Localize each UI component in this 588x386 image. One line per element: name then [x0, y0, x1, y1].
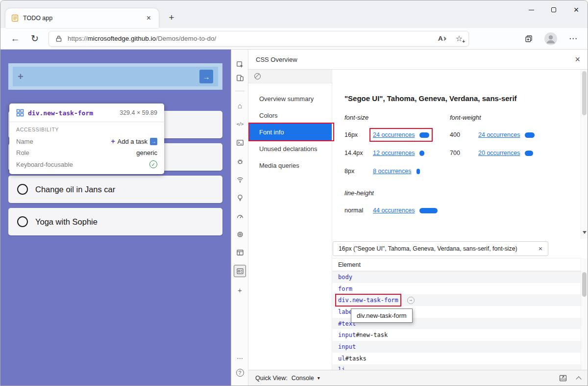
sidebar-item-unused-declarations[interactable]: Unused declarations: [248, 140, 332, 157]
scroll-down-icon[interactable]: [583, 231, 587, 236]
scrollbar-thumb[interactable]: [582, 272, 587, 297]
tab-title: TODO app: [23, 15, 145, 22]
star-icon: ☆: [456, 34, 463, 43]
submit-task-button[interactable]: →: [199, 70, 213, 83]
toolbar-right: ⋯: [525, 32, 578, 45]
inspected-selector: div.new-task-form: [28, 109, 93, 117]
font-info-pane: "Segoe UI", Tahoma, Geneva, Verdana, san…: [332, 70, 588, 239]
occurrences-link[interactable]: 44 occurrences: [373, 207, 415, 214]
plus-icon: +: [462, 39, 465, 44]
window-controls: ×: [520, 0, 588, 19]
console-tool[interactable]: [231, 136, 248, 149]
chip-close-icon[interactable]: ×: [539, 245, 542, 252]
tab-close-icon[interactable]: ×: [145, 13, 153, 23]
application-tool[interactable]: [231, 246, 248, 259]
occurrences-link[interactable]: 24 occurrences: [373, 131, 415, 138]
inspect-tool[interactable]: [231, 58, 248, 71]
filter-chip[interactable]: 16px ("Segoe UI", Tahoma, Geneva, Verdan…: [333, 241, 548, 256]
occurrences-link[interactable]: 12 occurrences: [373, 150, 415, 156]
add-task-plus-icon: +: [18, 71, 24, 82]
annotation-box: div.new-task-form: [338, 297, 398, 304]
browser-menu-button[interactable]: ⋯: [569, 33, 578, 44]
focusable-label: Keyboard-focusable: [16, 161, 73, 168]
dock-quick-view-button[interactable]: [559, 375, 567, 382]
table-row[interactable]: ul#tasks: [332, 353, 588, 364]
scrollbar[interactable]: [581, 70, 588, 239]
table-row[interactable]: body: [332, 271, 588, 283]
table-row[interactable]: form: [332, 283, 588, 295]
css-overview-tool[interactable]: [234, 265, 246, 277]
issues-tool[interactable]: [231, 191, 248, 204]
quick-view-bar: Quick View: Console ▾: [248, 370, 588, 386]
occurrences-link[interactable]: 8 occurrences: [373, 168, 412, 175]
sidebar-item-colors[interactable]: Colors: [248, 107, 332, 124]
quick-view-dropdown[interactable]: Console ▾: [292, 375, 320, 382]
task-row[interactable]: Change oil in Jans car: [8, 176, 222, 203]
element-tooltip: div.new-task-form: [351, 309, 413, 323]
task-checkbox[interactable]: [17, 216, 28, 227]
reveal-in-elements-icon[interactable]: →: [407, 297, 415, 304]
network-tool[interactable]: [231, 173, 248, 186]
font-weight-row: 400 24 occurrences: [450, 129, 572, 141]
occurrence-bar: [419, 151, 424, 156]
task-checkbox[interactable]: [17, 184, 28, 195]
browser-tab[interactable]: TODO app ×: [5, 8, 159, 28]
task-label: Change oil in Jans car: [35, 185, 115, 194]
table-row[interactable]: input#new-task: [332, 329, 588, 341]
minimize-button[interactable]: [520, 0, 542, 19]
inspect-overlay-tooltip: div.new-task-form 329.4 × 59.89 ACCESSIB…: [9, 103, 164, 174]
task-row[interactable]: Yoga with Sophie: [8, 208, 222, 235]
todo-app-page: + → Change oil in Jans car Yoga with Sop…: [0, 50, 231, 386]
occurrences-link[interactable]: 24 occurrences: [478, 131, 520, 138]
new-task-input[interactable]: + →: [13, 67, 218, 86]
refresh-button[interactable]: ↻: [27, 31, 43, 47]
close-icon: ×: [574, 5, 579, 14]
quick-view-label: Quick View:: [255, 375, 288, 382]
table-row[interactable]: li: [332, 364, 588, 370]
tab-favicon-icon: [11, 14, 19, 22]
task-label: Yoga with Sophie: [35, 217, 98, 227]
table-row[interactable]: input: [332, 341, 588, 353]
window-close-button[interactable]: ×: [565, 0, 588, 19]
font-info-main: "Segoe UI", Tahoma, Geneva, Verdana, san…: [332, 70, 588, 370]
read-aloud-button[interactable]: A: [438, 35, 447, 42]
performance-tool[interactable]: [231, 209, 248, 222]
new-task-form-highlight: + →: [8, 63, 222, 90]
occurrence-bar: [525, 151, 533, 156]
sidebar-item-overview-summary[interactable]: Overview summary: [248, 90, 332, 107]
role-label: Role: [16, 149, 29, 156]
add-favorite-button[interactable]: ☆+: [456, 35, 463, 43]
debug-tool[interactable]: [231, 155, 248, 168]
home-tool[interactable]: ⌂: [231, 99, 248, 112]
devtools-activity-bar: ⌂ </> + ⋯ ?: [231, 50, 248, 386]
device-toolbar-tool[interactable]: [231, 72, 248, 84]
font-size-row: 14.4px 12 occurrences: [344, 147, 448, 159]
sidebar-item-media-queries[interactable]: Media queries: [248, 157, 332, 174]
memory-tool[interactable]: [231, 228, 248, 241]
back-button[interactable]: ←: [7, 31, 23, 47]
elements-tool[interactable]: </>: [231, 118, 248, 130]
arrow-right-icon: →: [203, 73, 210, 81]
css-overview-panel: CSS Overview × Overview summary Colors F…: [248, 50, 588, 386]
address-bar[interactable]: https://microsoftedge.github.io/Demos/de…: [49, 31, 469, 47]
more-tools-button[interactable]: ⋯: [231, 352, 248, 364]
expand-quick-view-icon[interactable]: [576, 376, 581, 382]
scrollbar[interactable]: [581, 258, 588, 370]
occurrences-link[interactable]: 20 occurrences: [478, 150, 520, 156]
maximize-button[interactable]: [542, 0, 565, 19]
help-button[interactable]: ?: [231, 366, 248, 379]
table-row-new-task-form[interactable]: div.new-task-form →: [332, 294, 588, 306]
new-tab-button[interactable]: +: [165, 11, 178, 24]
sound-waves-icon: [443, 36, 447, 42]
scrollbar-thumb[interactable]: [582, 71, 587, 115]
add-tools-button[interactable]: +: [231, 283, 248, 296]
panel-header: CSS Overview ×: [248, 50, 588, 70]
devtools-close-icon[interactable]: ×: [575, 54, 580, 65]
profile-avatar[interactable]: [544, 32, 557, 45]
clear-overview-icon[interactable]: [254, 73, 261, 79]
font-size-label: font-size: [344, 114, 448, 121]
sidebar-item-font-info[interactable]: Font info: [248, 124, 332, 140]
collections-button[interactable]: [525, 35, 533, 43]
divider: [9, 122, 164, 122]
css-overview-sidebar: Overview summary Colors Font info Unused…: [248, 70, 332, 370]
